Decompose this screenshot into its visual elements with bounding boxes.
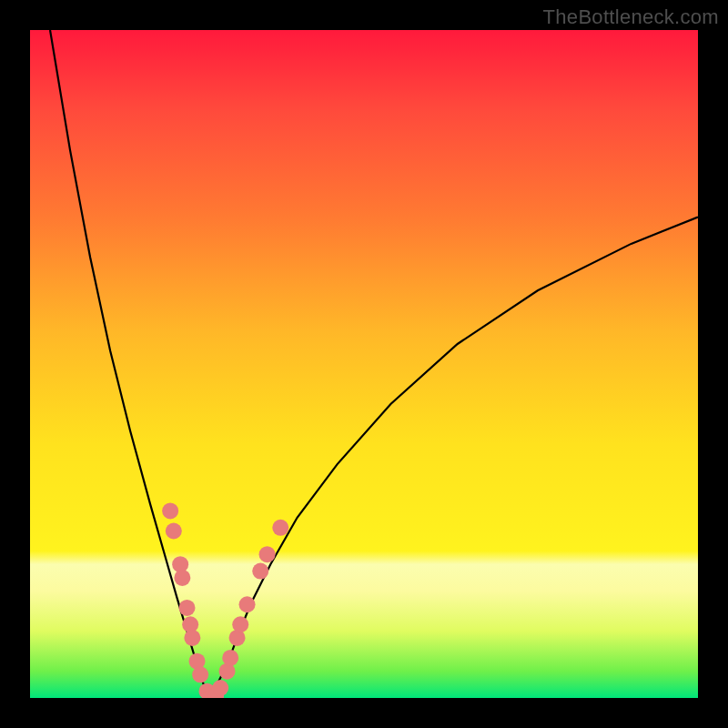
watermark-text: TheBottleneck.com — [543, 5, 719, 29]
curve-left-branch — [50, 30, 210, 698]
marker-group — [162, 502, 288, 698]
marker-dot — [178, 600, 195, 616]
marker-dot — [232, 616, 248, 632]
marker-dot — [166, 523, 182, 540]
curve-right-branch — [210, 217, 698, 698]
marker-dot — [259, 546, 276, 562]
marker-dot — [184, 630, 200, 646]
marker-dot — [272, 520, 288, 536]
marker-dot — [174, 570, 190, 586]
marker-dot — [239, 596, 256, 612]
marker-dot — [222, 650, 238, 666]
marker-dot — [192, 666, 208, 682]
chart-frame: TheBottleneck.com — [0, 0, 728, 728]
chart-svg — [30, 30, 698, 698]
marker-dot — [162, 502, 178, 519]
marker-dot — [212, 680, 228, 696]
plot-area — [30, 30, 698, 698]
marker-dot — [252, 563, 268, 580]
